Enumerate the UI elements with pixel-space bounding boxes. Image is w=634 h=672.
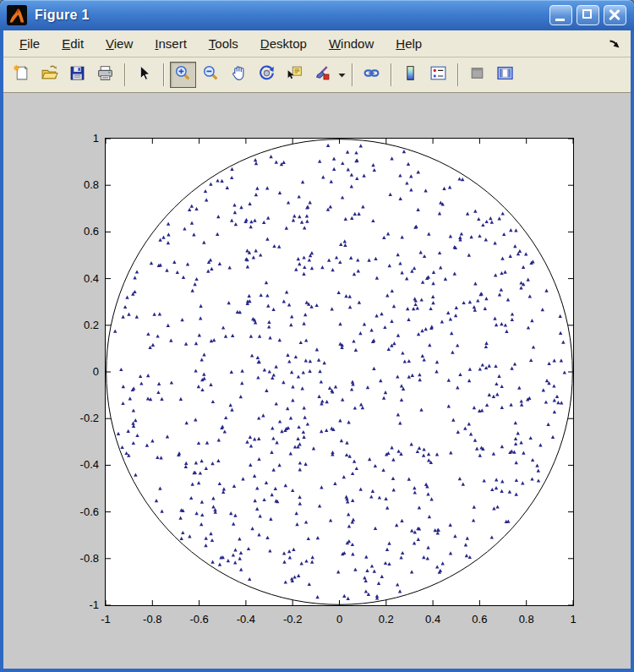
figure-canvas: -1-0.8-0.6-0.4-0.200.20.40.60.81-1-0.8-0…: [3, 93, 631, 669]
print-figure-icon: [96, 64, 114, 85]
menu-overflow-arrow-icon[interactable]: [608, 38, 620, 50]
brush-data-dropdown-button[interactable]: [336, 62, 347, 88]
y-tick-label: 0.8: [62, 178, 99, 192]
save-figure-button[interactable]: [64, 62, 90, 88]
x-tick-label: 0.6: [461, 613, 498, 626]
unit-circle-outline: [107, 139, 573, 605]
figure-window: Figure 1 FileEditViewInsertToolsDesktopW…: [0, 0, 634, 672]
toolbar-separator: [124, 63, 125, 86]
pan-icon: [230, 64, 248, 85]
x-tick-label: -0.2: [274, 613, 311, 626]
x-tick-label: 0.2: [368, 613, 405, 626]
chevron-down-icon: [338, 73, 346, 78]
zoom-out-button[interactable]: [198, 62, 224, 88]
pan-button[interactable]: [226, 62, 252, 88]
x-tick-label: -0.8: [134, 613, 171, 626]
show-plot-tools-icon: [496, 64, 514, 85]
link-plot-button[interactable]: [358, 62, 385, 88]
x-tick-label: -0.6: [181, 613, 218, 626]
menu-desktop[interactable]: Desktop: [249, 32, 318, 55]
open-file-button[interactable]: [36, 62, 63, 88]
menu-help[interactable]: Help: [385, 32, 433, 55]
maximize-icon: [582, 9, 592, 19]
menu-view[interactable]: View: [95, 32, 144, 55]
link-plot-icon: [363, 64, 380, 85]
menu-bar: FileEditViewInsertToolsDesktopWindowHelp: [3, 30, 631, 57]
y-tick-label: 0.6: [62, 225, 99, 238]
x-tick-label: 0.4: [414, 613, 451, 626]
brush-data-icon: [314, 64, 331, 85]
new-figure-button[interactable]: [8, 62, 35, 88]
data-cursor-icon: [286, 64, 303, 85]
insert-colorbar-icon: [402, 64, 419, 85]
save-figure-icon: [68, 64, 86, 85]
y-tick-label: 0.2: [62, 319, 99, 332]
minimize-button[interactable]: [549, 5, 572, 25]
window-controls: [549, 5, 626, 25]
show-plot-tools-button[interactable]: [492, 62, 518, 88]
menu-edit[interactable]: Edit: [51, 32, 95, 55]
edit-plot-button[interactable]: [131, 62, 157, 88]
rotate-3d-icon: [258, 64, 276, 85]
brush-data-button[interactable]: [309, 62, 336, 88]
insert-colorbar-button[interactable]: [397, 62, 424, 88]
minimize-icon: [555, 19, 565, 21]
x-tick-label: 0: [321, 613, 358, 626]
close-button[interactable]: [604, 5, 626, 25]
menu-file[interactable]: File: [8, 32, 51, 55]
plot-axes[interactable]: [105, 138, 574, 606]
scatter-points: [113, 144, 566, 600]
y-tick-label: -0.2: [62, 412, 99, 425]
matlab-logo-icon: [7, 5, 27, 25]
new-figure-icon: [13, 64, 30, 85]
x-tick-label: 1: [555, 613, 592, 626]
toolbar-separator: [391, 63, 391, 86]
zoom-in-button[interactable]: [170, 62, 196, 88]
rotate-3d-button[interactable]: [254, 62, 280, 88]
open-file-icon: [41, 64, 58, 85]
toolbar-separator: [457, 63, 458, 86]
hide-plot-tools-icon: [468, 64, 486, 85]
hide-plot-tools-button[interactable]: [464, 62, 490, 88]
maximize-button[interactable]: [577, 5, 599, 25]
y-tick-label: -0.6: [62, 505, 99, 519]
y-tick-label: -1: [62, 598, 99, 612]
zoom-in-icon: [174, 64, 192, 85]
y-tick-label: 0.4: [62, 272, 99, 286]
axis-ticks: [106, 139, 573, 605]
x-tick-label: 0.8: [508, 613, 545, 626]
title-bar[interactable]: Figure 1: [0, 0, 634, 30]
toolbar: [3, 57, 631, 93]
toolbar-separator: [352, 63, 353, 86]
zoom-out-icon: [202, 64, 220, 85]
y-tick-label: 1: [62, 132, 99, 145]
menu-tools[interactable]: Tools: [198, 32, 249, 55]
y-tick-label: -0.4: [62, 458, 99, 472]
edit-plot-icon: [135, 64, 153, 85]
insert-legend-button[interactable]: [425, 62, 451, 88]
close-icon: [609, 9, 620, 21]
insert-legend-icon: [429, 64, 447, 85]
menu-insert[interactable]: Insert: [144, 32, 198, 55]
window-title: Figure 1: [35, 8, 90, 23]
toolbar-separator: [163, 63, 164, 86]
y-tick-label: 0: [62, 365, 99, 379]
menu-window[interactable]: Window: [318, 32, 385, 55]
y-tick-label: -0.8: [62, 552, 99, 565]
x-tick-label: -0.4: [227, 613, 265, 626]
print-figure-button[interactable]: [92, 62, 118, 88]
data-cursor-button[interactable]: [281, 62, 308, 88]
x-tick-label: -1: [87, 613, 124, 626]
